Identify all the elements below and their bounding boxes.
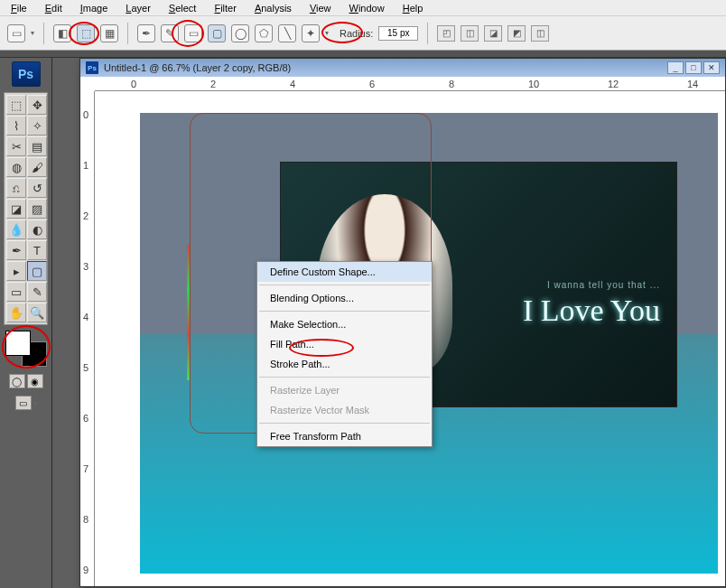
combine-new-icon[interactable]: ◰	[437, 25, 455, 42]
ctx-free-transform-path[interactable]: Free Transform Path	[257, 426, 432, 446]
standard-mode-icon[interactable]: ◯	[9, 374, 25, 388]
selection-edge	[187, 245, 190, 380]
ctx-blending-options[interactable]: Blending Options...	[257, 288, 432, 308]
wand-tool[interactable]: ✧	[27, 116, 47, 135]
vertical-ruler: 0123456789	[80, 91, 95, 586]
pen-icon[interactable]: ✒	[137, 24, 155, 42]
notes-tool[interactable]: ▭	[6, 282, 26, 302]
horizontal-ruler: 02468101214	[95, 77, 725, 91]
fill-pixels-icon[interactable]: ▦	[100, 24, 118, 42]
menu-image[interactable]: Image	[71, 1, 117, 15]
ctx-fill-path[interactable]: Fill Path...	[257, 334, 432, 354]
tools-panel: Ps ⬚ ✥ ⌇ ✧ ✂ ▤ ◍ 🖌 ⎌ ↺ ◪ ▨ 💧 ◐ ✒ T ▸ ▢ ▭…	[0, 58, 52, 588]
hand-tool[interactable]: ✋	[6, 303, 26, 322]
close-button[interactable]: ✕	[703, 61, 720, 74]
radius-label: Radius:	[340, 28, 373, 39]
combine-intersect-icon[interactable]: ◩	[507, 25, 526, 42]
options-bar: ▭ ▾ ◧ ⬚ ▦ ✒ ✎ ▭ ▢ ◯ ⬠ ╲ ✦ ▾ Radius: ◰ ◫ …	[0, 16, 726, 51]
heal-tool[interactable]: ◍	[6, 157, 26, 177]
stamp-tool[interactable]: ⎌	[6, 178, 26, 198]
ctx-make-selection[interactable]: Make Selection...	[257, 314, 432, 334]
menu-select[interactable]: Select	[160, 1, 206, 15]
rounded-rect-icon[interactable]: ▢	[208, 24, 226, 42]
lasso-tool[interactable]: ⌇	[6, 116, 26, 135]
radius-input[interactable]	[378, 26, 418, 41]
paths-icon[interactable]: ⬚	[77, 24, 95, 42]
combine-add-icon[interactable]: ◫	[461, 25, 479, 42]
ps-logo-icon: Ps	[12, 61, 41, 87]
ctx-rasterize-layer: Rasterize Layer	[257, 380, 432, 400]
pen-tool[interactable]: ✒	[6, 240, 26, 260]
shape-layers-icon[interactable]: ◧	[53, 24, 71, 42]
freeform-pen-icon[interactable]: ✎	[161, 24, 179, 42]
rectangle-icon[interactable]: ▭	[184, 24, 202, 42]
ctx-stroke-path[interactable]: Stroke Path...	[257, 354, 432, 374]
eraser-tool[interactable]: ◪	[6, 199, 26, 219]
minimize-button[interactable]: _	[667, 61, 684, 74]
document-title: Untitled-1 @ 66.7% (Layer 2 copy, RGB/8)	[104, 62, 291, 73]
photo-caption-script: I Love You	[523, 294, 660, 328]
tool-preset-icon[interactable]: ▭	[7, 24, 25, 42]
marquee-tool[interactable]: ⬚	[6, 95, 26, 115]
document-titlebar[interactable]: Ps Untitled-1 @ 66.7% (Layer 2 copy, RGB…	[80, 59, 725, 77]
custom-shape-icon[interactable]: ✦	[302, 24, 320, 42]
foreground-color[interactable]	[5, 331, 31, 356]
crop-tool[interactable]: ✂	[6, 136, 26, 156]
doc-icon: Ps	[86, 61, 98, 74]
eyedropper-tool[interactable]: ✎	[27, 282, 47, 302]
type-tool[interactable]: T	[27, 240, 47, 260]
menu-edit[interactable]: Edit	[36, 1, 71, 15]
combine-exclude-icon[interactable]: ◫	[531, 25, 549, 42]
maximize-button[interactable]: □	[685, 61, 702, 74]
screen-mode-icon[interactable]: ▭	[15, 396, 32, 410]
menu-bar: FileEditImageLayerSelectFilterAnalysisVi…	[0, 0, 726, 16]
ctx-define-custom-shape[interactable]: Define Custom Shape...	[257, 262, 432, 282]
menu-window[interactable]: Window	[340, 1, 394, 15]
menu-layer[interactable]: Layer	[116, 1, 160, 15]
gradient-tool[interactable]: ▨	[27, 199, 47, 219]
line-icon[interactable]: ╲	[278, 24, 296, 42]
history-brush-tool[interactable]: ↺	[27, 178, 47, 198]
shape-tool[interactable]: ▢	[27, 261, 47, 281]
zoom-tool[interactable]: 🔍	[27, 303, 47, 322]
slice-tool[interactable]: ▤	[27, 136, 47, 156]
brush-tool[interactable]: 🖌	[27, 157, 47, 177]
menu-view[interactable]: View	[301, 1, 340, 15]
menu-file[interactable]: File	[2, 1, 36, 15]
context-menu: Define Custom Shape...Blending Options..…	[256, 261, 433, 447]
ellipse-icon[interactable]: ◯	[231, 24, 249, 42]
menu-analysis[interactable]: Analysis	[246, 1, 301, 15]
polygon-icon[interactable]: ⬠	[255, 24, 273, 42]
quickmask-mode-icon[interactable]: ◉	[27, 374, 43, 388]
color-swatch[interactable]	[5, 331, 47, 367]
photo-caption-small: I wanna tell you that ...	[523, 280, 660, 290]
path-select-tool[interactable]: ▸	[6, 261, 26, 281]
combine-subtract-icon[interactable]: ◪	[484, 25, 502, 42]
menu-filter[interactable]: Filter	[205, 1, 245, 15]
ctx-rasterize-vector-mask: Rasterize Vector Mask	[257, 400, 432, 420]
move-tool[interactable]: ✥	[27, 95, 47, 115]
dodge-tool[interactable]: ◐	[27, 219, 47, 239]
blur-tool[interactable]: 💧	[6, 219, 26, 239]
menu-help[interactable]: Help	[394, 1, 433, 15]
